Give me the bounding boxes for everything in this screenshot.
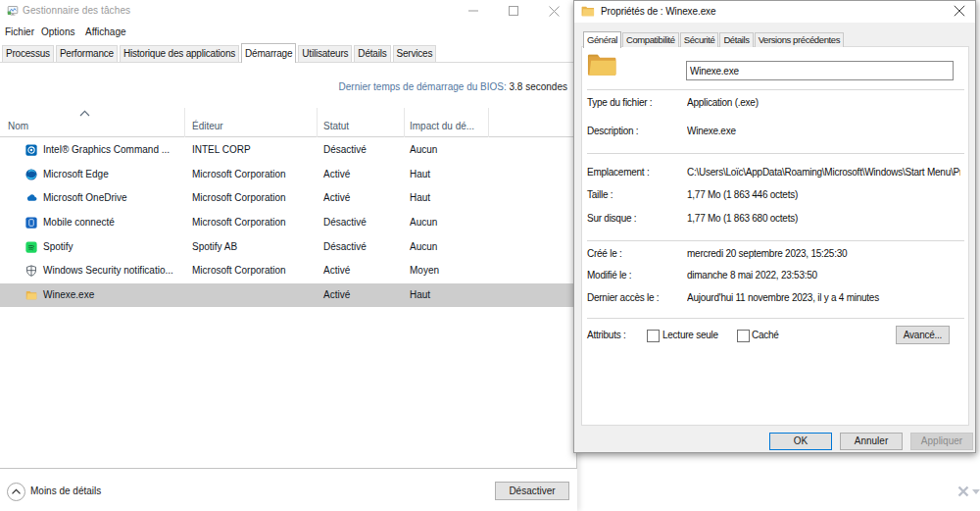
column-header-nom[interactable]: Nom xyxy=(8,120,28,133)
field-value-taille: 1,77 Mo (1 863 446 octets) xyxy=(687,188,960,202)
task-manager-app-icon xyxy=(7,5,19,17)
field-label-sur-disque: Sur disque : xyxy=(587,212,636,226)
row-impact: Haut xyxy=(410,283,430,308)
bios-time-value: 3.8 secondes xyxy=(510,81,568,92)
menu-affichage[interactable]: Affichage xyxy=(85,22,126,43)
row-impact: Haut xyxy=(410,186,430,211)
row-name: Spotify xyxy=(43,235,74,260)
row-publisher: Microsoft Corporation xyxy=(192,211,286,235)
windows-security-shield-icon xyxy=(25,265,37,277)
hidden-checkbox-label[interactable]: Caché xyxy=(752,329,779,342)
background-caret-icon[interactable] xyxy=(972,489,980,494)
row-publisher: Microsoft Corporation xyxy=(192,163,286,187)
separator xyxy=(587,153,964,154)
sort-ascending-icon xyxy=(79,110,90,117)
table-row-microsoft-onedrive[interactable]: Microsoft OneDrive Microsoft Corporation… xyxy=(0,186,577,211)
menu-options[interactable]: Options xyxy=(41,22,74,43)
column-divider[interactable] xyxy=(404,108,405,137)
phone-link-icon xyxy=(25,217,37,229)
row-name: Microsoft Edge xyxy=(43,163,109,187)
row-name: Windows Security notificatio... xyxy=(43,259,173,283)
row-name: Microsoft OneDrive xyxy=(43,186,127,211)
tab-details[interactable]: Détails xyxy=(354,45,390,62)
table-row-windows-security[interactable]: Windows Security notificatio... Microsof… xyxy=(0,259,577,283)
apply-button: Appliquer xyxy=(910,433,973,450)
tab-general[interactable]: Général xyxy=(583,31,621,48)
readonly-checkbox-label[interactable]: Lecture seule xyxy=(662,329,718,342)
spotify-icon xyxy=(25,241,37,253)
cancel-button[interactable]: Annuler xyxy=(840,433,903,450)
tab-strip: Processus Performance Historique des app… xyxy=(0,43,576,63)
row-status: Désactivé xyxy=(323,211,367,235)
tab-demarrage[interactable]: Démarrage xyxy=(241,43,296,63)
tab-historique-applications[interactable]: Historique des applications xyxy=(120,45,239,62)
table-row-winexe-selected[interactable]: Winexe.exe Activé Haut xyxy=(0,283,577,308)
row-publisher: INTEL CORP xyxy=(192,138,251,163)
readonly-checkbox[interactable] xyxy=(647,330,660,342)
table-row-intel-graphics[interactable]: Intel® Graphics Command ... INTEL CORP D… xyxy=(0,138,577,163)
row-name: Mobile connecté xyxy=(43,211,115,235)
chevron-up-circle-icon xyxy=(7,483,25,501)
row-status: Activé xyxy=(323,283,350,308)
task-manager-titlebar[interactable]: Gestionnaire des tâches xyxy=(0,0,576,22)
onedrive-icon xyxy=(25,192,37,204)
bios-time-line: Dernier temps de démarrage du BIOS: 3.8 … xyxy=(339,81,567,92)
field-label-cree-le: Créé le : xyxy=(587,247,622,261)
row-status: Activé xyxy=(323,186,350,211)
row-status: Activé xyxy=(323,163,350,187)
bios-time-label: Dernier temps de démarrage du BIOS: xyxy=(339,81,510,92)
tab-details[interactable]: Détails xyxy=(719,32,753,47)
filename-input[interactable] xyxy=(686,61,954,80)
ok-button[interactable]: OK xyxy=(769,433,832,450)
field-label-dernier-acces: Dernier accès le : xyxy=(587,291,659,305)
tab-processus[interactable]: Processus xyxy=(2,45,54,62)
column-header-editeur[interactable]: Éditeur xyxy=(192,120,223,133)
menu-fichier[interactable]: Fichier xyxy=(5,22,34,43)
field-value-type: Application (.exe) xyxy=(687,96,960,110)
table-row-mobile-connecte[interactable]: Mobile connecté Microsoft Corporation Dé… xyxy=(0,211,577,235)
startup-table: Intel® Graphics Command ... INTEL CORP D… xyxy=(0,138,577,307)
advanced-button[interactable]: Avancé... xyxy=(896,326,950,344)
task-manager-window: Gestionnaire des tâches Fichier Options … xyxy=(0,0,577,511)
row-impact: Aucun xyxy=(410,138,437,163)
hidden-checkbox[interactable] xyxy=(737,330,750,342)
field-value-emplacement: C:\Users\Loïc\AppData\Roaming\Microsoft\… xyxy=(687,166,960,179)
separator xyxy=(587,89,964,90)
column-divider[interactable] xyxy=(184,108,185,137)
separator xyxy=(587,240,964,241)
general-tab-panel: Type du fichier : Application (.exe) Des… xyxy=(581,46,969,426)
dialog-titlebar[interactable]: Propriétés de : Winexe.exe xyxy=(574,1,975,23)
table-row-spotify[interactable]: Spotify Spotify AB Désactivé Aucun xyxy=(0,235,577,260)
tab-compatibilite[interactable]: Compatibilité xyxy=(622,32,679,47)
field-value-dernier-acces: Aujourd'hui 11 novembre 2023, il y a 4 m… xyxy=(687,291,960,305)
field-label-modifie-le: Modifié le : xyxy=(587,269,631,282)
dialog-close-button[interactable] xyxy=(954,5,967,19)
minimize-button[interactable] xyxy=(454,0,493,22)
table-row-microsoft-edge[interactable]: Microsoft Edge Microsoft Corporation Act… xyxy=(0,163,577,187)
tab-utilisateurs[interactable]: Utilisateurs xyxy=(298,45,352,62)
row-publisher: Spotify AB xyxy=(192,235,237,260)
tab-securite[interactable]: Sécurité xyxy=(680,32,719,47)
background-close-icon[interactable] xyxy=(957,485,969,497)
disable-button[interactable]: Désactiver xyxy=(495,482,569,500)
tab-performance[interactable]: Performance xyxy=(56,45,118,62)
column-header-statut[interactable]: Statut xyxy=(323,120,349,133)
row-publisher: Microsoft Corporation xyxy=(192,186,286,211)
column-divider[interactable] xyxy=(317,108,318,137)
field-label-taille: Taille : xyxy=(587,188,612,202)
table-header: Nom Éditeur Statut Impact du dé... xyxy=(0,108,577,137)
column-header-impact[interactable]: Impact du dé... xyxy=(410,120,474,133)
folder-icon-large xyxy=(587,51,616,77)
maximize-button[interactable] xyxy=(494,0,533,22)
close-button[interactable] xyxy=(534,0,573,22)
tab-versions-precedentes[interactable]: Versions précédentes xyxy=(755,32,844,47)
row-name: Intel® Graphics Command ... xyxy=(43,138,170,163)
tab-services[interactable]: Services xyxy=(393,45,437,62)
row-status: Désactivé xyxy=(323,138,367,163)
properties-dialog: Propriétés de : Winexe.exe Général Compa… xyxy=(573,0,976,453)
column-divider[interactable] xyxy=(488,108,489,137)
field-label-type: Type du fichier : xyxy=(587,96,652,110)
field-value-modifie-le: dimanche 8 mai 2022, 23:53:50 xyxy=(687,269,960,282)
less-details-label: Moins de détails xyxy=(30,485,101,498)
field-label-description: Description : xyxy=(587,125,638,138)
